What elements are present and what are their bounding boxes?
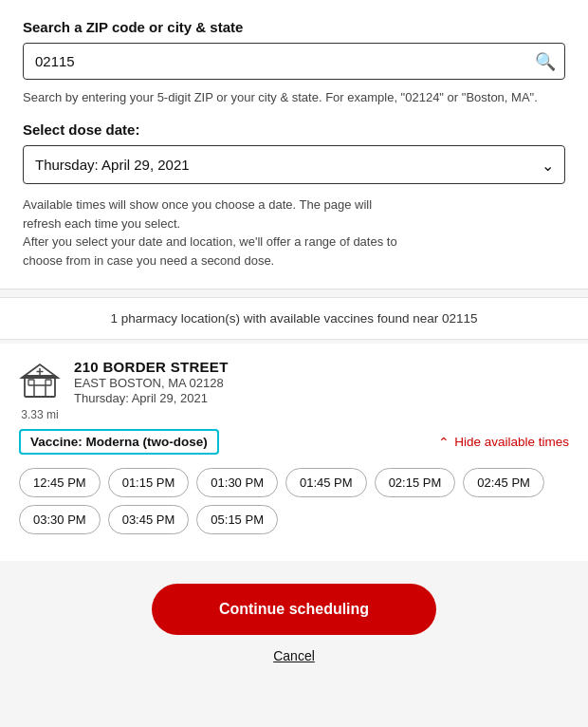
results-text: 1 pharmacy location(s) with available va… [110, 311, 477, 326]
vaccine-row: Vaccine: Moderna (two-dose) ⌃ Hide avail… [19, 429, 569, 455]
vaccine-badge: Vaccine: Moderna (two-dose) [19, 429, 219, 455]
time-slot[interactable]: 03:30 PM [19, 505, 101, 534]
pharmacy-icon-col: 3.33 mi [19, 359, 61, 421]
time-slot[interactable]: 05:15 PM [196, 505, 278, 534]
time-slot[interactable]: 12:45 PM [19, 468, 101, 497]
continue-scheduling-button[interactable]: Continue scheduling [152, 584, 436, 635]
date-info: Available times will show once you choos… [23, 196, 565, 270]
time-slot[interactable]: 01:15 PM [108, 468, 190, 497]
bottom-actions: Continue scheduling Cancel [0, 561, 588, 682]
time-slot[interactable]: 02:15 PM [375, 468, 456, 497]
pharmacy-name: 210 BORDER STREET [74, 359, 569, 375]
pharmacy-date: Thursday: April 29, 2021 [74, 391, 569, 405]
time-slot[interactable]: 01:30 PM [196, 468, 278, 497]
search-input[interactable] [23, 43, 565, 80]
chevron-up-icon: ⌃ [438, 435, 450, 450]
hide-times-label: Hide available times [454, 435, 569, 449]
pharmacy-section: 3.33 mi 210 BORDER STREET EAST BOSTON, M… [0, 344, 588, 561]
search-label: Search a ZIP code or city & state [23, 19, 565, 35]
svg-rect-3 [46, 380, 51, 385]
svg-rect-1 [34, 385, 46, 397]
dose-date-label: Select dose date: [23, 121, 565, 138]
pharmacy-building-icon [19, 359, 61, 404]
search-icon: 🔍 [535, 52, 556, 71]
date-select[interactable]: Thursday: April 29, 2021 [23, 145, 565, 184]
top-section: Search a ZIP code or city & state 🔍 Sear… [0, 0, 588, 289]
search-hint: Search by entering your 5-digit ZIP or y… [23, 89, 565, 106]
distance-label: 3.33 mi [21, 408, 58, 421]
search-wrapper: 🔍 [23, 43, 565, 80]
time-slot[interactable]: 02:45 PM [463, 468, 544, 497]
svg-rect-0 [25, 376, 55, 397]
hide-times-button[interactable]: ⌃ Hide available times [438, 435, 569, 450]
search-button[interactable]: 🔍 [535, 51, 556, 72]
pharmacy-info: 210 BORDER STREET EAST BOSTON, MA 02128 … [74, 359, 569, 405]
times-grid: 12:45 PM01:15 PM01:30 PM01:45 PM02:15 PM… [19, 468, 569, 534]
page-container: Search a ZIP code or city & state 🔍 Sear… [0, 0, 588, 727]
pharmacy-address: EAST BOSTON, MA 02128 [74, 376, 569, 390]
pharmacy-header: 3.33 mi 210 BORDER STREET EAST BOSTON, M… [19, 359, 569, 421]
results-bar: 1 pharmacy location(s) with available va… [0, 297, 588, 340]
svg-rect-2 [28, 380, 34, 385]
cancel-label: Cancel [273, 648, 315, 663]
time-slot[interactable]: 03:45 PM [108, 505, 190, 534]
time-slot[interactable]: 01:45 PM [285, 468, 367, 497]
cancel-button[interactable]: Cancel [273, 648, 315, 663]
continue-scheduling-label: Continue scheduling [219, 601, 369, 617]
date-select-wrapper: Thursday: April 29, 2021 ⌄ [23, 145, 565, 184]
